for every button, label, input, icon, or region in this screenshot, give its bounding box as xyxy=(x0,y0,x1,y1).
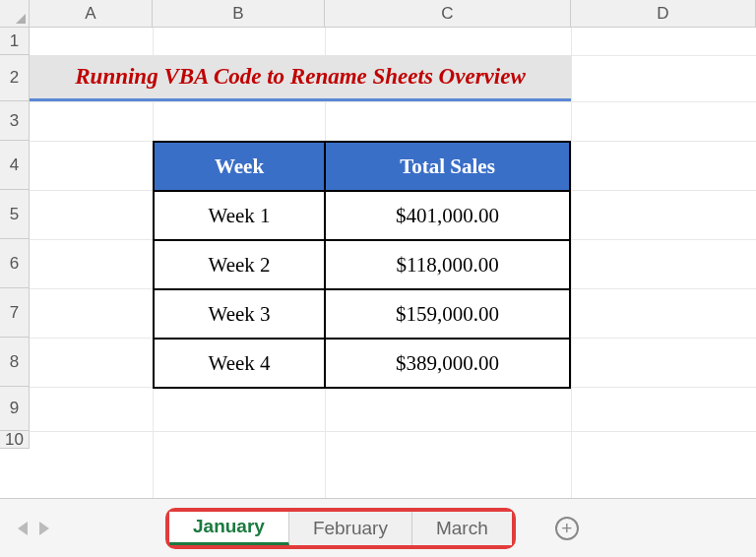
row-header-10[interactable]: 10 xyxy=(0,431,30,449)
cell-week[interactable]: Week 3 xyxy=(154,289,325,339)
cell-week[interactable]: Week 2 xyxy=(154,240,325,289)
data-table: Week Total Sales Week 1 $401,000.00 Week… xyxy=(153,141,571,389)
row-header-8[interactable]: 8 xyxy=(0,338,30,387)
row-header-9[interactable]: 9 xyxy=(0,387,30,431)
gridline xyxy=(30,431,756,432)
row-header-2[interactable]: 2 xyxy=(0,55,30,101)
row-header-1[interactable]: 1 xyxy=(0,28,30,55)
row-headers: 1 2 3 4 5 6 7 8 9 10 xyxy=(0,28,30,526)
col-header-A[interactable]: A xyxy=(30,0,153,28)
table-row: Week 4 $389,000.00 xyxy=(154,339,570,388)
gridline xyxy=(30,101,756,102)
tab-nav-next-icon[interactable] xyxy=(39,522,49,535)
table-row: Week 3 $159,000.00 xyxy=(154,289,570,339)
tab-label: February xyxy=(313,518,388,539)
tab-march[interactable]: March xyxy=(412,512,512,545)
add-sheet-button[interactable]: + xyxy=(555,517,579,540)
highlighted-tabs: January February March xyxy=(165,508,516,549)
tab-february[interactable]: February xyxy=(289,512,412,545)
col-header-C[interactable]: C xyxy=(325,0,571,28)
th-week: Week xyxy=(154,142,325,191)
column-headers: A B C D xyxy=(30,0,756,28)
row-header-4[interactable]: 4 xyxy=(0,141,30,190)
cell-week[interactable]: Week 1 xyxy=(154,191,325,240)
select-all-corner[interactable] xyxy=(0,0,30,28)
cell-sales[interactable]: $159,000.00 xyxy=(325,289,570,339)
tab-nav-prev-icon[interactable] xyxy=(18,522,28,535)
col-header-D[interactable]: D xyxy=(571,0,756,28)
plus-icon: + xyxy=(561,518,572,539)
grid-body[interactable]: Running VBA Code to Rename Sheets Overvi… xyxy=(30,28,756,526)
col-header-B[interactable]: B xyxy=(153,0,325,28)
row-header-6[interactable]: 6 xyxy=(0,239,30,288)
sheet-tab-bar: January February March + xyxy=(0,498,756,557)
row-header-7[interactable]: 7 xyxy=(0,288,30,338)
cell-sales[interactable]: $401,000.00 xyxy=(325,191,570,240)
cell-sales[interactable]: $118,000.00 xyxy=(325,240,570,289)
row-header-5[interactable]: 5 xyxy=(0,190,30,239)
th-total-sales: Total Sales xyxy=(325,142,570,191)
cell-week[interactable]: Week 4 xyxy=(154,339,325,388)
cell-sales[interactable]: $389,000.00 xyxy=(325,339,570,388)
table-row: Week 2 $118,000.00 xyxy=(154,240,570,289)
row-header-3[interactable]: 3 xyxy=(0,101,30,141)
tab-january[interactable]: January xyxy=(169,512,289,545)
page-title: Running VBA Code to Rename Sheets Overvi… xyxy=(30,55,571,101)
table-row: Week 1 $401,000.00 xyxy=(154,191,570,240)
